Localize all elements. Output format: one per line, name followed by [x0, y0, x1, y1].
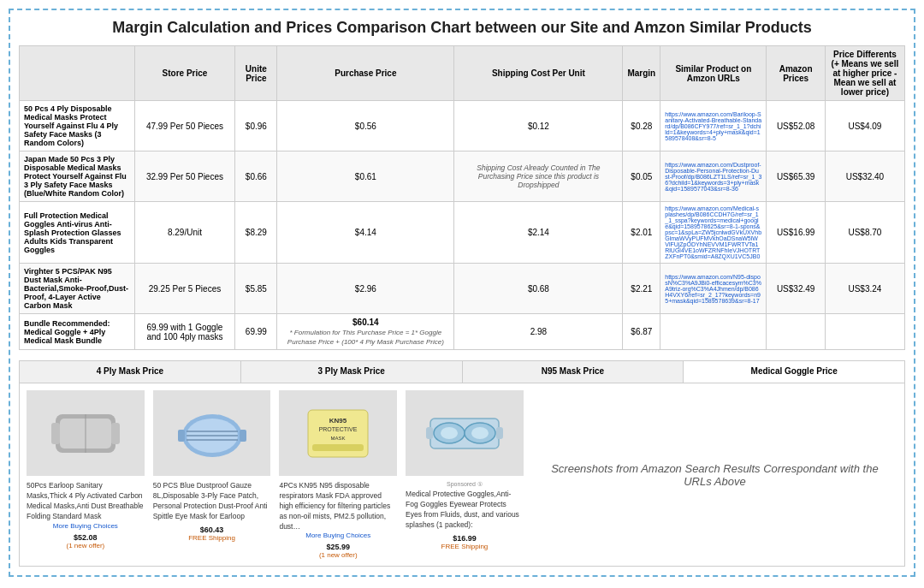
product-image-3ply-mask	[153, 390, 271, 476]
bottom-section: 4 Ply Mask Price3 Ply Mask PriceN95 Mask…	[19, 360, 905, 567]
unite-price: 69.99	[235, 314, 277, 350]
col-header-purchase-price: Purchase Price	[277, 46, 454, 101]
bottom-tab-1[interactable]: 3 Ply Mask Price	[241, 361, 463, 383]
unite-price: $5.85	[235, 264, 277, 314]
unite-price: $0.96	[235, 101, 277, 151]
bottom-tab-2[interactable]: N95 Mask Price	[463, 361, 684, 383]
col-header-shipping-cost: Shipping Cost Per Unit	[454, 46, 623, 101]
amazon-url: https://www.amazon.com/Bariloop-Sanitary…	[660, 101, 767, 151]
shipping-cost: 2.98	[454, 314, 623, 350]
product-price: $16.99	[453, 534, 477, 543]
svg-text:PROTECTIVE: PROTECTIVE	[319, 426, 358, 432]
col-header-product	[20, 46, 135, 101]
bottom-tab-0[interactable]: 4 Ply Mask Price	[20, 361, 241, 383]
table-row: Japan Made 50 Pcs 3 Ply Disposable Medic…	[20, 151, 905, 202]
svg-rect-24	[496, 427, 503, 439]
price-diff: US$8.70	[825, 202, 904, 264]
buying-choices-link[interactable]: More Buying Choices	[305, 532, 370, 539]
purchase-price: $60.14* Formulation for This Purchase Pr…	[277, 314, 454, 350]
price-diff	[825, 314, 904, 350]
price-diff: US$4.09	[825, 101, 904, 151]
product-images: 50Pcs Earloop Sanitary Masks,Thick 4 Ply…	[27, 390, 524, 559]
svg-rect-4	[111, 423, 120, 444]
table-row: 50 Pcs 4 Ply Disposable Medical Masks Pr…	[20, 101, 905, 151]
margin: $0.28	[623, 101, 660, 151]
svg-text:MASK: MASK	[331, 436, 346, 441]
amazon-price: US$16.99	[767, 202, 825, 264]
shipping-cost: Shipping Cost Already Counted in The Pur…	[454, 151, 623, 202]
amazon-price: US$65.39	[767, 151, 825, 202]
amazon-url: https://www.amazon.com/Medical-splashes/…	[660, 202, 767, 264]
unite-price: $8.29	[235, 202, 277, 264]
margin: $2.01	[623, 202, 660, 264]
product-description: 4PCs KN95 N95 disposable respirators Mas…	[279, 481, 397, 532]
screenshot-note: Screenshots from Amazon Search Results C…	[532, 390, 897, 559]
product-name: Virghter 5 PCS/PAK N95 Dust Mask Anti-Ba…	[20, 264, 135, 314]
buying-choices-link[interactable]: More Buying Choices	[53, 522, 118, 530]
svg-point-21	[441, 427, 458, 439]
product-card-n95-mask: KN95 PROTECTIVE MASK 4PCs KN95 N95 dispo…	[279, 390, 397, 559]
product-card-4ply-mask: 50Pcs Earloop Sanitary Masks,Thick 4 Ply…	[27, 390, 145, 559]
margin: $6.87	[623, 314, 660, 350]
product-card-3ply-mask: 50 PCS Blue Dustproof Gauze 8L,Disposabl…	[153, 390, 271, 559]
product-name: 50 Pcs 4 Ply Disposable Medical Masks Pr…	[20, 101, 135, 151]
store-price: 69.99 with 1 Goggle and 100 4ply masks	[134, 314, 235, 350]
col-header-store-price: Store Price	[134, 46, 235, 101]
store-price: 47.99 Per 50 Pieces	[134, 101, 235, 151]
svg-rect-3	[51, 423, 60, 444]
product-shipping: FREE Shipping	[188, 534, 235, 542]
product-description: 50Pcs Earloop Sanitary Masks,Thick 4 Ply…	[27, 481, 145, 522]
product-name: Bundle Recommended: Medical Goggle + 4Pl…	[20, 314, 135, 350]
product-image-n95-mask: KN95 PROTECTIVE MASK	[279, 390, 397, 476]
amazon-url	[660, 314, 767, 350]
product-shipping: (1 new offer)	[66, 542, 104, 549]
shipping-cost: $0.12	[454, 101, 623, 151]
margin: $2.21	[623, 264, 660, 314]
svg-rect-16	[312, 444, 364, 451]
table-row: Full Protection Medical Goggles Anti-vir…	[20, 202, 905, 264]
product-card-goggle: Sponsored ① Medical Protective Goggles,A…	[406, 390, 524, 559]
bottom-content: 50Pcs Earloop Sanitary Masks,Thick 4 Ply…	[20, 383, 904, 566]
svg-point-22	[471, 427, 489, 439]
product-shipping: (1 new offer)	[319, 551, 358, 559]
product-image-4ply-mask	[27, 390, 145, 476]
bottom-tabs: 4 Ply Mask Price3 Ply Mask PriceN95 Mask…	[20, 361, 904, 383]
shipping-cost: $0.68	[454, 264, 623, 314]
price-diff: US$32.40	[825, 151, 904, 202]
purchase-price: $4.14	[277, 202, 454, 264]
purchase-price: $0.61	[277, 151, 454, 202]
col-header-similar-product: Similar Product on Amzon URLs	[660, 46, 767, 101]
col-header-margin: Margin	[623, 46, 660, 101]
amazon-url: https://www.amazon.com/Dustproof-Disposa…	[660, 151, 767, 202]
amazon-price	[767, 314, 825, 350]
page-title: Margin Calculation and Prices Comparison…	[19, 19, 905, 37]
amazon-price: US$32.49	[767, 264, 825, 314]
table-row: Virghter 5 PCS/PAK N95 Dust Mask Anti-Ba…	[20, 264, 905, 314]
product-shipping: FREE Shipping	[441, 543, 489, 550]
product-price: $60.43	[200, 526, 224, 534]
unite-price: $0.66	[235, 151, 277, 202]
store-price: 8.29/Unit	[134, 202, 235, 264]
svg-rect-10	[178, 430, 185, 442]
amazon-url: https://www.amazon.com/N95-disposN%C3%A9…	[660, 264, 767, 314]
purchase-price: $2.96	[277, 264, 454, 314]
amazon-price: US$52.08	[767, 101, 825, 151]
col-header-unite-price: Unite Price	[235, 46, 277, 101]
svg-rect-23	[426, 427, 433, 439]
store-price: 32.99 Per 50 Pieces	[134, 151, 235, 202]
product-price: $25.99	[326, 543, 350, 551]
main-container: Margin Calculation and Prices Comparison…	[9, 9, 915, 577]
svg-rect-11	[240, 430, 246, 442]
bottom-tab-3[interactable]: Medical Goggle Price	[684, 361, 904, 383]
table-row: Bundle Recommended: Medical Goggle + 4Pl…	[20, 314, 905, 350]
product-description: 50 PCS Blue Dustproof Gauze 8L,Disposabl…	[153, 481, 271, 522]
store-price: 29.25 Per 5 Pieces	[134, 264, 235, 314]
purchase-price: $0.56	[277, 101, 454, 151]
product-image-goggle	[406, 390, 524, 476]
col-header-amazon-prices: Amazon Prices	[767, 46, 825, 101]
comparison-table: Store Price Unite Price Purchase Price S…	[19, 45, 905, 350]
sponsored-tag: Sponsored ①	[447, 481, 483, 488]
svg-text:KN95: KN95	[329, 417, 347, 425]
margin: $0.05	[623, 151, 660, 202]
col-header-price-diff: Price Differents (+ Means we sell at hig…	[825, 46, 904, 101]
